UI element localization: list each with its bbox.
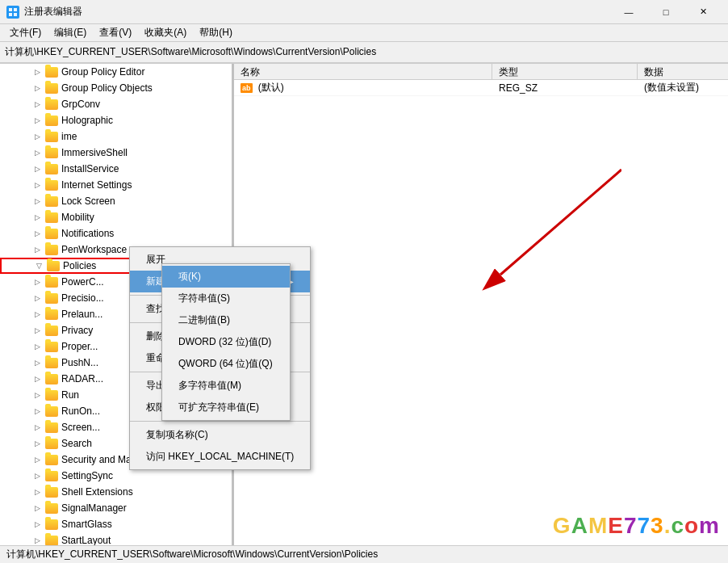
tree-label: Mobility [61,212,94,223]
expand-icon[interactable]: ▷ [31,469,44,482]
folder-icon [45,212,58,223]
expand-icon[interactable]: ▷ [31,195,44,208]
folder-icon [45,357,58,368]
expand-icon[interactable]: ▷ [31,534,44,545]
submenu-binary[interactable]: 二进制值(B) [162,309,290,331]
tree-label: InstallService [61,163,119,174]
menu-favorites[interactable]: 收藏夹(A) [138,24,193,41]
tree-item-immersiveshell[interactable]: ▷ ImmersiveShell [0,145,232,161]
expand-icon[interactable]: ▷ [31,146,44,159]
expand-icon[interactable]: ▷ [31,437,44,450]
tree-item-lock-screen[interactable]: ▷ Lock Screen [0,193,232,209]
expand-icon[interactable]: ▽ [32,259,45,272]
tree-item-smartglass[interactable]: ▷ SmartGlass [0,516,232,532]
tree-label: Holographic [61,115,113,126]
expand-icon[interactable]: ▷ [31,372,44,385]
submenu-string[interactable]: 字符串值(S) [162,288,290,309]
svg-rect-3 [14,13,17,16]
watermark-7a: 7 [624,513,638,538]
expand-icon[interactable]: ▷ [31,65,44,78]
tree-item-mobility[interactable]: ▷ Mobility [0,209,232,225]
tree-item-shell-extensions[interactable]: ▷ Shell Extensions [0,484,232,500]
tree-item-signalmanager[interactable]: ▷ SignalManager [0,500,232,516]
minimize-button[interactable]: — [610,0,647,24]
expand-icon[interactable]: ▷ [31,421,44,434]
tree-label: Screen... [61,422,100,433]
folder-icon [45,66,58,78]
expand-icon[interactable]: ▷ [31,405,44,418]
expand-icon[interactable]: ▷ [31,130,44,143]
menu-edit[interactable]: 编辑(E) [48,24,93,41]
expand-icon[interactable]: ▷ [31,82,44,95]
watermark-c: c [671,513,684,538]
expand-icon[interactable]: ▷ [31,275,44,288]
folder-icon [45,99,58,110]
tree-item-internet-settings[interactable]: ▷ Internet Settings [0,177,232,193]
expand-icon[interactable]: ▷ [31,114,44,127]
expand-icon[interactable]: ▷ [31,227,44,240]
address-path: 计算机\HKEY_CURRENT_USER\Software\Microsoft… [5,45,376,59]
watermark-3: 3 [651,513,664,538]
tree-label: Group Policy Objects [61,82,153,94]
expand-icon[interactable]: ▷ [31,502,44,515]
col-header-data: 数据 [638,64,728,80]
expand-icon[interactable]: ▷ [31,243,44,256]
expand-icon[interactable]: ▷ [31,518,44,531]
expand-icon[interactable]: ▷ [31,340,44,353]
expand-icon[interactable]: ▷ [31,356,44,369]
window-title: 注册表编辑器 [24,5,610,19]
tree-item-holographic[interactable]: ▷ Holographic [0,112,232,128]
folder-icon [45,454,58,465]
svg-rect-1 [14,8,17,11]
close-button[interactable]: ✕ [684,0,722,24]
submenu-multi-string[interactable]: 多字符串值(M) [162,375,290,397]
status-bar: 计算机\HKEY_CURRENT_USER\Software\Microsoft… [0,545,728,563]
tree-item-installservice[interactable]: ▷ InstallService [0,161,232,177]
col-header-name: 名称 [234,64,492,80]
menu-view[interactable]: 查看(V) [93,24,138,41]
folder-icon [45,179,58,191]
ctx-copy-name[interactable]: 复制项名称(C) [130,424,310,446]
folder-icon [45,292,58,304]
tree-label: Run [61,389,79,401]
expand-icon[interactable]: ▷ [31,98,44,111]
expand-icon[interactable]: ▷ [31,389,44,401]
tree-item-startlayout[interactable]: ▷ StartLayout [0,532,232,545]
submenu-expand-string[interactable]: 可扩充字符串值(E) [162,397,290,418]
folder-icon [45,438,58,449]
registry-row[interactable]: ab (默认) REG_SZ (数值未设置) [234,80,728,96]
tree-label: SignalManager [61,502,127,514]
menu-file[interactable]: 文件(F) [3,24,48,41]
expand-icon[interactable]: ▷ [31,308,44,321]
watermark-a: A [571,513,588,538]
folder-icon [45,147,58,158]
submenu-dword[interactable]: DWORD (32 位)值(D) [162,331,290,353]
tree-item-settingsync[interactable]: ▷ SettingSync [0,468,232,484]
expand-icon[interactable]: ▷ [31,179,44,191]
submenu-key[interactable]: 项(K) [162,266,290,288]
ab-icon: ab [241,83,253,93]
tree-label: Shell Extensions [61,486,133,498]
expand-icon[interactable]: ▷ [31,485,44,498]
expand-icon[interactable]: ▷ [31,324,44,337]
tree-label: GrpConv [61,99,100,110]
tree-item-notifications[interactable]: ▷ Notifications [0,225,232,242]
tree-label: ime [61,131,77,142]
menu-help[interactable]: 帮助(H) [193,24,239,41]
folder-icon [45,389,58,401]
tree-label: StartLayout [61,535,111,545]
maximize-button[interactable]: □ [647,0,684,24]
expand-icon[interactable]: ▷ [31,292,44,305]
tree-item-grpconv[interactable]: ▷ GrpConv [0,96,232,112]
submenu-qword[interactable]: QWORD (64 位)值(Q) [162,353,290,375]
expand-icon[interactable]: ▷ [31,453,44,466]
tree-label: PenWorkspace [61,244,127,255]
tree-item-ime[interactable]: ▷ ime [0,128,232,145]
tree-item-group-policy-editor[interactable]: ▷ Group Policy Editor [0,64,232,80]
expand-icon[interactable]: ▷ [31,162,44,175]
tree-item-group-policy-objects[interactable]: ▷ Group Policy Objects [0,80,232,96]
reg-type: REG_SZ [492,82,638,94]
window-controls: — □ ✕ [610,0,722,24]
expand-icon[interactable]: ▷ [31,211,44,224]
ctx-access-hklm[interactable]: 访问 HKEY_LOCAL_MACHINE(T) [130,446,310,468]
